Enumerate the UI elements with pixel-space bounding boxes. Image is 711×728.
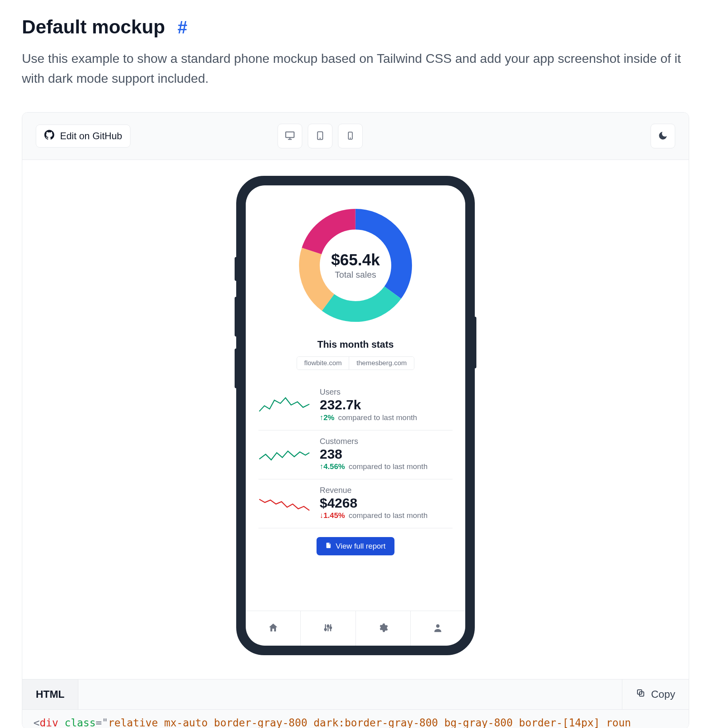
stat-delta: ↓1.45% compared to last month [320,511,453,520]
phone-mockup: $65.4k Total sales This month stats flow… [236,176,475,655]
stat-value: 232.7k [320,397,453,412]
svg-point-11 [330,627,331,629]
stats-list: Users 232.7k ↑2% compared to last month [254,381,457,555]
page-title: Default mockup # [22,16,187,38]
screen-content: $65.4k Total sales This month stats flow… [246,185,465,611]
delta-text: compared to last month [349,462,428,471]
donut-chart: $65.4k Total sales [298,208,413,323]
delta-text: compared to last month [349,511,428,520]
dark-mode-toggle[interactable] [651,124,675,148]
copy-label: Copy [651,688,675,701]
delta-text: compared to last month [338,413,417,422]
page-title-text: Default mockup [22,16,165,37]
sparkline-icon [258,394,310,415]
svg-point-4 [350,138,351,138]
preview-area: $65.4k Total sales This month stats flow… [22,160,689,679]
svg-point-10 [327,625,329,627]
code-token: = [96,717,102,728]
stat-delta: ↑4.56% compared to last month [320,462,453,471]
arrow-up-icon: ↑ [320,413,324,422]
nav-settings[interactable] [356,611,411,646]
nav-profile[interactable] [411,611,465,646]
example-card: Edit on GitHub [22,112,689,728]
user-icon [433,623,443,635]
svg-point-9 [324,629,326,630]
edit-github-label: Edit on GitHub [60,130,122,142]
code-tab-html[interactable]: HTML [22,679,78,709]
stat-delta: ↑2% compared to last month [320,413,453,422]
viewport-desktop-button[interactable] [278,124,302,148]
bottom-nav [246,611,465,646]
nav-home[interactable] [246,611,301,646]
stat-value: 238 [320,447,453,461]
stat-row-customers: Customers 238 ↑4.56% compared to last mo… [258,430,453,479]
code-preview: <div class="relative mx-auto border-gray… [22,709,689,728]
document-icon [325,542,332,551]
view-report-label: View full report [336,542,385,551]
stat-row-users: Users 232.7k ↑2% compared to last month [258,381,453,430]
gear-icon [378,623,388,635]
code-token: div [40,717,58,728]
phone-side-button [235,297,238,337]
viewport-mobile-button[interactable] [338,124,363,148]
code-token: relative mx-auto border-gray-800 dark:bo… [108,717,631,728]
page-description: Use this example to show a standard phon… [22,49,689,88]
donut-label: Total sales [335,270,376,280]
chip-flowbite[interactable]: flowbite.com [297,357,349,370]
phone-side-button [473,317,476,368]
svg-point-2 [320,138,321,138]
stat-row-revenue: Revenue $4268 ↓1.45% compared to last mo… [258,479,453,528]
mobile-icon [346,131,355,142]
home-icon [268,622,279,635]
section-title: This month stats [317,339,394,350]
nav-sliders[interactable] [301,611,356,646]
code-token: " [102,717,108,728]
chip-themesberg[interactable]: themesberg.com [349,357,414,370]
moon-icon [658,130,668,142]
viewport-tablet-button[interactable] [308,124,332,148]
tablet-icon [315,130,325,142]
edit-github-button[interactable]: Edit on GitHub [36,125,130,148]
stat-label: Revenue [320,486,453,495]
example-toolbar: Edit on GitHub [22,113,689,160]
stat-label: Users [320,387,453,397]
viewport-buttons [278,124,363,148]
stat-label: Customers [320,437,453,446]
sparkline-icon [258,492,310,514]
desktop-icon [284,130,295,142]
copy-icon [636,688,645,701]
phone-screen: $65.4k Total sales This month stats flow… [246,185,465,646]
svg-rect-0 [286,132,294,137]
copy-button[interactable]: Copy [622,679,689,709]
delta-percent: 2% [324,413,334,422]
delta-percent: 1.45% [324,511,345,520]
arrow-down-icon: ↓ [320,511,324,520]
code-bar: HTML Copy [22,679,689,709]
chip-group: flowbite.com themesberg.com [297,356,414,370]
sparkline-icon [258,443,310,465]
delta-percent: 4.56% [324,462,345,471]
stat-value: $4268 [320,496,453,510]
arrow-up-icon: ↑ [320,462,324,471]
code-token: < [33,717,40,728]
donut-value: $65.4k [331,251,380,269]
anchor-link[interactable]: # [177,18,187,37]
view-report-button[interactable]: View full report [317,537,394,555]
donut-center: $65.4k Total sales [298,208,413,323]
github-icon [44,130,54,142]
code-token: class [64,717,95,728]
phone-side-button [235,257,238,281]
svg-point-12 [436,624,440,628]
sliders-icon [323,623,333,635]
phone-side-button [235,348,238,388]
